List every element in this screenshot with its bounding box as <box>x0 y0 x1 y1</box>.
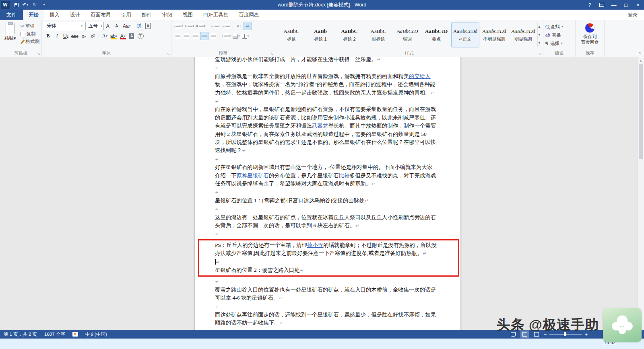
paragraph[interactable]: ↵ <box>215 155 437 163</box>
tab-PDF工具集[interactable]: PDF工具集 <box>198 10 234 20</box>
find-button[interactable]: 查找▾ <box>545 23 573 30</box>
enclose-characters-button[interactable]: 字 <box>136 32 145 40</box>
tab-邮件[interactable]: 邮件 <box>136 10 157 20</box>
align-right-button[interactable] <box>191 32 200 40</box>
character-shading-button[interactable]: A <box>128 32 136 40</box>
tab-页面布局[interactable]: 页面布局 <box>85 10 116 20</box>
style-标题[interactable]: AaBbC标题 <box>277 23 305 47</box>
styles-scroll-up-button[interactable]: ▲ <box>538 23 541 31</box>
scrollbar-thumb[interactable] <box>639 64 643 159</box>
text-effects-button[interactable]: A▾ <box>101 32 109 40</box>
close-button[interactable]: × <box>632 0 644 10</box>
save-to-baidu-netdisk-button[interactable]: 保存到百度网盘 <box>578 22 602 45</box>
paragraph[interactable]: ↵ <box>215 258 437 266</box>
shading-button[interactable]: ▾ <box>232 32 241 40</box>
numbered-list-button[interactable]: 1▾ <box>184 22 195 30</box>
collapse-ribbon-button[interactable]: ^ <box>639 51 641 56</box>
vertical-scrollbar[interactable]: ▲ ▼ <box>637 57 644 330</box>
paragraph[interactable]: 星银矿石的位置 2：覆雪之路入口处↵ <box>215 266 437 275</box>
paragraph[interactable]: ↵ <box>215 97 437 105</box>
replace-button[interactable]: ab替换 <box>545 31 573 39</box>
line-spacing-button[interactable]: ↕▾ <box>221 32 231 40</box>
style-标题 2[interactable]: AaBbC标题 2 <box>335 23 363 47</box>
format-painter-button[interactable]: 格式刷 <box>21 38 40 45</box>
word-logo-icon[interactable]: W <box>1 1 10 9</box>
phonetic-guide-button[interactable]: 拼 <box>135 22 143 30</box>
tab-设计[interactable]: 设计 <box>65 10 85 20</box>
sort-button[interactable]: A↓ <box>235 22 243 30</box>
paragraph[interactable]: ↵ <box>215 277 437 285</box>
style-明显强调[interactable]: AaBbCcDd明显强调 <box>509 23 537 47</box>
paragraph[interactable]: ↵ <box>215 205 437 213</box>
document-content[interactable]: 爱玩游戏的小伙伴们能够打成一片，才能够在生活中获得一丝乐趣。↵↵而原神游戏是一款… <box>215 57 437 330</box>
text-highlight-button[interactable]: ab▾ <box>109 32 118 40</box>
redo-button[interactable]: ↻ <box>30 0 39 9</box>
align-center-button[interactable] <box>182 32 191 40</box>
paragraph[interactable]: ↵ <box>215 64 437 72</box>
tab-引用[interactable]: 引用 <box>116 10 136 20</box>
paragraph[interactable]: ↵ <box>215 188 437 196</box>
grow-font-button[interactable]: Aˆ <box>104 22 113 30</box>
justify-button[interactable] <box>200 32 208 40</box>
distribute-button[interactable] <box>209 32 217 40</box>
paragraph-dialog-launcher-icon[interactable]: ↘ <box>270 52 274 56</box>
paste-button[interactable]: 粘贴▾ <box>2 22 19 51</box>
style-强调[interactable]: AaBbCcD强调 <box>393 23 421 47</box>
character-border-button[interactable]: A <box>144 22 152 30</box>
style-↵正文[interactable]: AaBbCcDd↵正文 <box>451 23 479 47</box>
save-button[interactable] <box>12 0 21 9</box>
show-hide-marks-button[interactable]: ↵ <box>244 22 252 30</box>
tab-file[interactable]: 文件 <box>0 10 23 20</box>
shrink-font-button[interactable]: Aˇ <box>113 22 122 30</box>
copy-button[interactable]: 复制 <box>21 31 40 37</box>
help-button[interactable]: ? <box>584 0 596 10</box>
paragraph[interactable]: 而这处矿点再往前面走的话，还能找到一个星银矿石，虽然量少，但是胜在好找不麻烦，如… <box>215 311 437 328</box>
scroll-up-button[interactable]: ▲ <box>638 57 644 64</box>
maximize-button[interactable]: □ <box>620 0 632 10</box>
paragraph[interactable]: 星银矿石的位置 1：[雪葬之都·旧宫]-[达达乌帕谷]交接的山脉处↵ <box>215 197 437 205</box>
bold-button[interactable]: B <box>44 32 52 40</box>
multilevel-list-button[interactable]: a▾ <box>195 22 206 30</box>
increase-indent-button[interactable]: → <box>221 22 231 30</box>
decrease-indent-button[interactable]: ← <box>210 22 220 30</box>
styles-dialog-launcher-icon[interactable]: ↘ <box>539 52 542 56</box>
undo-button[interactable]: ↶▾ <box>21 0 30 9</box>
select-button[interactable]: 选择▾ <box>545 40 573 47</box>
align-left-button[interactable] <box>173 32 182 40</box>
superscript-button[interactable]: x² <box>89 32 97 40</box>
font-size-combo[interactable]: 五号▾ <box>85 22 104 30</box>
styles-more-button[interactable]: ▾ <box>538 39 541 47</box>
strikethrough-button[interactable]: abc <box>70 32 79 40</box>
style-不明显强调[interactable]: AaBbCcDd不明显强调 <box>480 23 508 47</box>
tab-插入[interactable]: 插入 <box>44 10 65 20</box>
italic-button[interactable]: I <box>53 32 61 40</box>
login-button[interactable]: 登录 <box>621 10 644 20</box>
font-dialog-launcher-icon[interactable]: ↘ <box>167 52 170 56</box>
paragraph[interactable]: 覆雪之路山谷入口的位置处也有一处星银矿石的矿点，就在入口的木桥前，全收集一次的话… <box>215 286 437 303</box>
paragraph[interactable]: 而原神游戏是一款非常全新的开放性的世界冒险游戏，游戏拥有精美的画面和精美的立绘人… <box>215 72 437 97</box>
customize-quick-access-button[interactable]: ▾ <box>39 0 48 9</box>
styles-scroll-down-button[interactable]: ▼ <box>538 31 541 39</box>
font-color-button[interactable]: A▾ <box>119 32 127 40</box>
language-indicator[interactable]: 中文(中国) <box>82 330 111 339</box>
paragraph[interactable]: 好在星银矿石的刷新区域只有雪山这一个地方，·位置还是相对集中的。下面小编就来为大… <box>215 163 437 188</box>
tab-百度网盘[interactable]: 百度网盘 <box>234 10 264 20</box>
paragraph[interactable]: ↵ <box>215 303 437 311</box>
underline-button[interactable]: U▾ <box>62 32 70 40</box>
word-count[interactable]: 1607 个字 <box>41 330 69 339</box>
paragraph[interactable]: PS：丘丘人的旁边还有一个宝箱，清理掉小怪的话就能拿到；不过附近是没有热源的，所… <box>215 241 437 258</box>
tab-开始[interactable]: 开始 <box>23 10 44 20</box>
minimize-button[interactable]: — <box>608 0 620 10</box>
change-case-button[interactable]: Aa▾ <box>122 22 131 30</box>
font-family-combo[interactable]: 宋体▾ <box>44 22 84 30</box>
subscript-button[interactable]: x₂ <box>80 32 88 40</box>
paragraph[interactable]: 这里的湖边有一处星银矿石的矿点，位置就在冰霜丘丘人祭司以及丘丘人小怪刷新点旁边的… <box>215 214 437 230</box>
paragraph[interactable]: ↵ <box>215 230 437 238</box>
style-副标题[interactable]: AaBbC副标题 <box>364 23 392 47</box>
borders-button[interactable]: ▾ <box>241 32 250 40</box>
style-标题 1[interactable]: AaBb标题 1 <box>306 23 334 47</box>
tab-审阅[interactable]: 审阅 <box>157 10 178 20</box>
page-indicator[interactable]: 第 1 页，共 2 页 <box>0 330 41 339</box>
bullet-list-button[interactable]: •▾ <box>173 22 184 30</box>
proofing-status[interactable] <box>69 330 82 339</box>
